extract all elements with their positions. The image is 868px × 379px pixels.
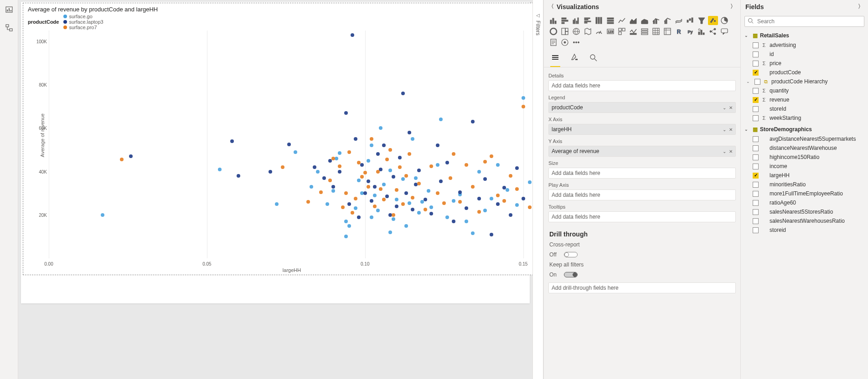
data-point[interactable] xyxy=(496,194,500,197)
data-point[interactable] xyxy=(417,211,421,215)
field-row[interactable]: Σadvertising xyxy=(744,41,865,50)
legend-item[interactable]: surface.laptop3 xyxy=(63,19,103,25)
field-checkbox[interactable] xyxy=(753,70,759,76)
donut-icon[interactable] xyxy=(548,27,558,36)
data-point[interactable] xyxy=(408,152,411,156)
stacked-bar-icon[interactable] xyxy=(548,16,558,25)
data-point[interactable] xyxy=(338,151,341,155)
field-row[interactable]: distanceNearestWarehouse xyxy=(744,143,865,153)
data-point[interactable] xyxy=(483,177,487,181)
data-point[interactable] xyxy=(429,205,433,209)
data-point[interactable] xyxy=(490,233,493,236)
data-point[interactable] xyxy=(490,154,493,158)
field-checkbox[interactable] xyxy=(753,173,759,179)
data-point[interactable] xyxy=(439,179,443,183)
data-point[interactable] xyxy=(458,190,462,194)
data-point[interactable] xyxy=(388,148,392,152)
field-checkbox[interactable] xyxy=(754,79,760,85)
keep-filters-toggle[interactable] xyxy=(564,272,578,277)
data-point[interactable] xyxy=(436,191,439,195)
data-point[interactable] xyxy=(344,235,348,238)
field-row[interactable]: productCode xyxy=(744,68,865,77)
table-header[interactable]: ⌄ ▦ RetailSales xyxy=(744,31,865,41)
data-point[interactable] xyxy=(404,191,408,195)
data-point[interactable] xyxy=(408,201,411,205)
size-well[interactable]: Add data fields here xyxy=(548,168,736,179)
data-point[interactable] xyxy=(101,213,104,217)
fields-search[interactable] xyxy=(744,16,864,27)
data-point[interactable] xyxy=(379,187,382,191)
card-icon[interactable]: 123 xyxy=(605,27,615,36)
clustered-hbar-icon[interactable] xyxy=(583,16,593,25)
field-checkbox[interactable] xyxy=(753,154,759,160)
chevron-down-icon[interactable]: ⌄ xyxy=(744,127,750,132)
remove-field-icon[interactable]: ✕ xyxy=(729,149,733,154)
yaxis-well[interactable]: Average of revenue ⌄✕ xyxy=(548,146,736,157)
field-row[interactable]: ⌄⧉productCode Hierarchy xyxy=(744,77,865,86)
data-point[interactable] xyxy=(509,213,512,217)
data-point[interactable] xyxy=(395,198,398,201)
scatter-icon[interactable] xyxy=(708,16,718,25)
data-point[interactable] xyxy=(351,211,354,215)
data-point[interactable] xyxy=(398,165,402,169)
data-point[interactable] xyxy=(357,215,361,219)
stacked100-bar-icon[interactable] xyxy=(594,16,604,25)
field-checkbox[interactable] xyxy=(753,88,759,94)
data-point[interactable] xyxy=(515,203,519,207)
field-checkbox[interactable] xyxy=(753,51,759,57)
ribbon-icon[interactable] xyxy=(674,16,684,25)
multi-card-icon[interactable] xyxy=(617,27,627,36)
field-checkbox[interactable] xyxy=(753,106,759,112)
data-point[interactable] xyxy=(528,180,532,184)
data-point[interactable] xyxy=(313,165,316,169)
field-row[interactable]: salesNearestWarehousesRatio xyxy=(744,216,865,225)
py-visual-icon[interactable]: Py xyxy=(685,27,695,36)
data-point[interactable] xyxy=(382,198,386,201)
qa-icon[interactable] xyxy=(719,27,729,36)
tooltips-well[interactable]: Add data fields here xyxy=(548,211,736,222)
cross-report-toggle[interactable] xyxy=(564,252,578,257)
data-point[interactable] xyxy=(373,185,377,189)
data-point[interactable] xyxy=(129,154,133,158)
data-point[interactable] xyxy=(354,206,357,210)
arcgis-icon[interactable] xyxy=(560,38,570,47)
chevron-down-icon[interactable]: ⌄ xyxy=(744,33,750,38)
expand-filters-icon[interactable]: ◁ xyxy=(536,13,540,18)
data-point[interactable] xyxy=(328,179,332,182)
data-point[interactable] xyxy=(338,164,341,168)
tab-fields-icon[interactable] xyxy=(551,53,559,63)
tab-analytics-icon[interactable] xyxy=(589,53,598,63)
remove-field-icon[interactable]: ✕ xyxy=(729,105,733,110)
data-point[interactable] xyxy=(354,197,357,200)
field-checkbox[interactable] xyxy=(753,191,759,197)
data-point[interactable] xyxy=(471,185,475,189)
data-point[interactable] xyxy=(477,197,481,200)
data-point[interactable] xyxy=(294,150,297,154)
line-clustered-icon[interactable] xyxy=(662,16,672,25)
table-header[interactable]: ⌄ ▦ StoreDemographics xyxy=(744,124,865,134)
data-point[interactable] xyxy=(490,197,493,200)
field-row[interactable]: ΣweekStarting xyxy=(744,113,865,123)
drillthrough-well[interactable]: Add drill-through fields here xyxy=(548,282,736,293)
data-point[interactable] xyxy=(414,176,418,180)
table-icon[interactable] xyxy=(651,27,661,36)
pie-icon[interactable] xyxy=(719,16,729,25)
stacked100-hbar-icon[interactable] xyxy=(605,16,615,25)
details-well[interactable]: Add data fields here xyxy=(548,80,736,91)
data-point[interactable] xyxy=(445,161,449,164)
data-point[interactable] xyxy=(496,202,500,206)
data-point[interactable] xyxy=(445,215,449,219)
treemap-icon[interactable] xyxy=(560,27,570,36)
field-row[interactable]: id xyxy=(744,50,865,59)
data-point[interactable] xyxy=(269,170,272,174)
key-influencers-icon[interactable] xyxy=(697,27,707,36)
data-point[interactable] xyxy=(367,185,370,189)
legend-item[interactable]: surface.pro7 xyxy=(63,25,103,30)
data-point[interactable] xyxy=(344,111,348,115)
report-view-icon[interactable] xyxy=(4,5,14,15)
data-point[interactable] xyxy=(326,202,329,206)
field-checkbox[interactable] xyxy=(753,200,759,206)
data-point[interactable] xyxy=(458,200,462,204)
field-checkbox[interactable] xyxy=(753,164,759,169)
data-point[interactable] xyxy=(347,224,351,228)
